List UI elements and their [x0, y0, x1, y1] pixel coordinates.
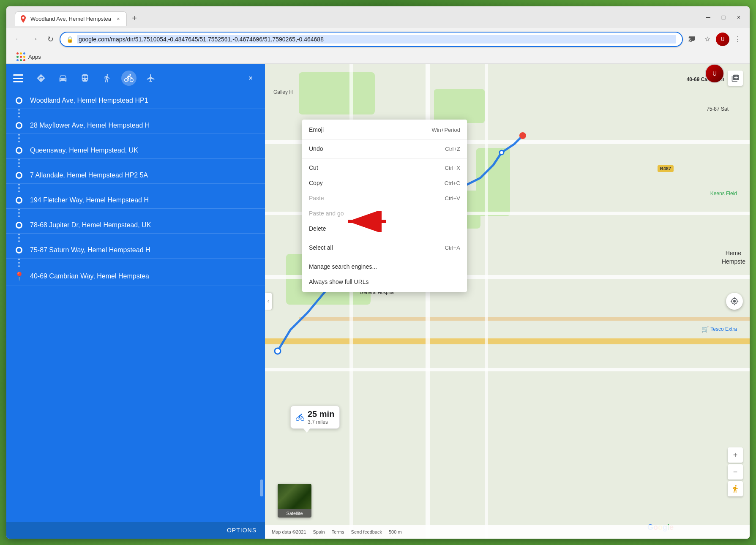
menu-button[interactable]: ⋮ — [731, 33, 745, 46]
apps-dot — [16, 52, 19, 54]
browser-tab[interactable]: Woodland Ave, Hemel Hempstea × — [15, 11, 127, 26]
waypoint-item[interactable]: 78-68 Jupiter Dr, Hemel Hempstead, UK — [6, 217, 265, 234]
my-location-button[interactable] — [726, 293, 743, 310]
map-grid-button[interactable] — [728, 71, 743, 86]
waypoint-item[interactable]: 194 Fletcher Way, Hemel Hempstead H — [6, 192, 265, 209]
connector-dot — [18, 137, 20, 139]
hamburger-line — [13, 81, 23, 82]
cast-button[interactable] — [685, 33, 699, 46]
waypoint-item[interactable]: Woodland Ave, Hemel Hempstead HP1 — [6, 93, 265, 109]
pegman-button[interactable] — [728, 481, 743, 496]
transit-transport-icon[interactable] — [77, 71, 93, 86]
cycle-transport-icon[interactable] — [121, 71, 136, 86]
apps-dot — [23, 59, 25, 61]
connector-dot — [18, 134, 20, 136]
back-button[interactable]: ← — [11, 33, 25, 46]
apps-dot — [23, 52, 25, 54]
menu-item-label: Manage search engines... — [309, 263, 460, 270]
menu-item-select-all[interactable]: Select all Ctrl+A — [302, 240, 467, 255]
connector-dot — [18, 209, 20, 210]
waypoint-icon-mid — [15, 197, 23, 204]
menu-item-paste[interactable]: Paste Ctrl+V — [302, 191, 467, 206]
menu-item-label: Always show full URLs — [309, 278, 460, 285]
apps-dot — [20, 52, 22, 54]
bookmarks-bar: Apps — [6, 50, 750, 64]
waypoint-item[interactable]: 28 Mayflower Ave, Hemel Hempstead H — [6, 117, 265, 134]
menu-item-label: Copy — [309, 180, 445, 186]
tab-bar: Woodland Ave, Hemel Hempstea × + — [11, 9, 144, 26]
connector-dot — [18, 237, 20, 239]
waypoint-item[interactable]: 📍 40-69 Cambrian Way, Hemel Hempstea — [6, 267, 265, 286]
forward-button[interactable]: → — [27, 33, 41, 46]
map-label-hempste: Hempste — [722, 258, 745, 265]
reload-button[interactable]: ↻ — [44, 33, 57, 46]
waypoint-item[interactable]: 75-87 Saturn Way, Hemel Hempstead H — [6, 242, 265, 259]
new-tab-button[interactable]: + — [128, 12, 140, 24]
maximize-button[interactable]: □ — [718, 11, 729, 23]
menu-item-label: Paste — [309, 195, 445, 202]
panel-scroll-handle[interactable] — [265, 293, 272, 310]
waypoint-item[interactable]: Queensway, Hemel Hempstead, UK — [6, 142, 265, 159]
green-area — [434, 89, 485, 123]
menu-item-shortcut: Ctrl+A — [445, 245, 460, 251]
bookmark-button[interactable]: ☆ — [701, 33, 714, 46]
connector-dot — [18, 109, 20, 111]
apps-dot — [20, 59, 22, 61]
map-profile-avatar[interactable]: U — [705, 64, 724, 83]
profile-avatar[interactable]: U — [716, 33, 729, 46]
tab-close-btn[interactable]: × — [115, 15, 122, 23]
road-h — [299, 317, 750, 321]
connector-dot — [18, 215, 20, 217]
menu-item-cut[interactable]: Cut Ctrl+X — [302, 160, 467, 175]
road-yellow — [265, 338, 750, 344]
map-label-heme: Heme — [726, 250, 741, 256]
options-button[interactable]: OPTIONS — [227, 527, 257, 534]
waypoint-label: 78-68 Jupiter Dr, Hemel Hempstead, UK — [30, 221, 257, 229]
road-v — [485, 64, 488, 539]
menu-item-shortcut: Ctrl+Z — [445, 146, 460, 152]
waypoint-icon-mid — [15, 247, 23, 253]
menu-item-shortcut: Ctrl+V — [445, 195, 460, 202]
connector-dot — [18, 187, 20, 189]
close-panel-button[interactable]: × — [243, 71, 258, 86]
menu-divider — [302, 158, 467, 158]
menu-item-search-engines[interactable]: Manage search engines... — [302, 259, 467, 274]
map-data-label: Map data ©2021 — [272, 529, 306, 534]
waypoint-icon-start — [15, 97, 23, 104]
zoom-out-button[interactable]: − — [728, 464, 743, 480]
hamburger-menu[interactable] — [13, 71, 28, 86]
connector-dot — [18, 162, 20, 164]
menu-divider — [302, 257, 467, 257]
waypoint-icon-end: 📍 — [15, 271, 23, 281]
walk-transport-icon[interactable] — [99, 71, 115, 86]
connector-dot — [18, 212, 20, 214]
connector-dot — [18, 159, 20, 161]
menu-item-shortcut: Ctrl+C — [445, 180, 460, 186]
title-bar: Woodland Ave, Hemel Hempstea × + ─ □ × — [6, 6, 750, 28]
connector-dot — [18, 259, 20, 260]
waypoint-item[interactable]: 7 Allandale, Hemel Hempstead HP2 5A — [6, 167, 265, 184]
connector-dot — [18, 184, 20, 185]
destination-pin: 📍 — [14, 271, 25, 281]
minimize-button[interactable]: ─ — [702, 11, 714, 23]
menu-item-copy[interactable]: Copy Ctrl+C — [302, 175, 467, 191]
satellite-label: Satellite — [278, 509, 311, 518]
scale-label: 500 m — [389, 529, 402, 534]
mid-circle — [16, 122, 22, 129]
apps-button[interactable]: Apps — [13, 52, 44, 63]
directions-icon[interactable] — [33, 71, 49, 86]
waypoint-label: 75-87 Saturn Way, Hemel Hempstead H — [30, 246, 257, 254]
menu-item-emoji[interactable]: Emoji Win+Period — [302, 122, 467, 137]
menu-item-undo[interactable]: Undo Ctrl+Z — [302, 141, 467, 156]
zoom-in-button[interactable]: + — [728, 447, 743, 463]
flight-transport-icon[interactable] — [143, 71, 158, 86]
terms-link[interactable]: Terms — [332, 529, 344, 534]
waypoint-label: 28 Mayflower Ave, Hemel Hempstead H — [30, 122, 257, 129]
address-bar[interactable]: 🔒 google.com/maps/dir/51.7510054,-0.4847… — [60, 32, 683, 47]
close-button[interactable]: × — [733, 11, 745, 23]
feedback-link[interactable]: Send feedback — [351, 529, 382, 534]
satellite-button[interactable]: Satellite — [278, 484, 311, 518]
car-transport-icon[interactable] — [55, 71, 71, 86]
menu-item-full-urls[interactable]: Always show full URLs — [302, 274, 467, 289]
url-text[interactable]: google.com/maps/dir/51.7510054,-0.484764… — [77, 35, 676, 44]
